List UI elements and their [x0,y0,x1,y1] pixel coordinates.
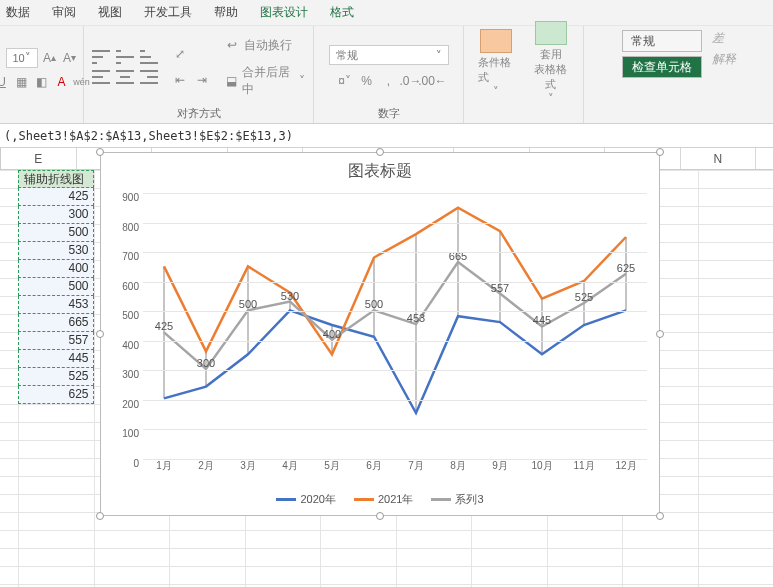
legend-item-0[interactable]: 2020年 [276,492,335,507]
chart-handle-tr[interactable] [656,148,664,156]
ecol-cell-1[interactable]: 300 [18,206,94,224]
legend-swatch-2 [431,498,451,501]
legend-label-1: 2021年 [378,492,413,507]
chart-handle-tl[interactable] [96,148,104,156]
ecol-cell-0[interactable]: 425 [18,188,94,206]
comma-icon[interactable]: , [381,73,397,89]
ribbon-group-number: 常规˅ ¤˅ % , .0→ .00← 数字 [314,26,464,123]
ecol-cell-11[interactable]: 625 [18,386,94,404]
ecol-header[interactable]: 辅助折线图 [18,170,94,188]
font-color-icon[interactable]: A [54,74,70,90]
indent-increase-icon[interactable]: ⇥ [194,72,210,88]
xtick-6: 7月 [395,459,437,475]
cell-style-bad[interactable]: 差 [708,30,724,47]
xtick-8: 9月 [479,459,521,475]
merge-center-button[interactable]: ⬓合并后居中 ˅ [224,64,305,98]
conditional-format-button[interactable]: 条件格式˅ [472,27,521,100]
cell-style-explain-label: 解释 [712,52,736,66]
ytick-900: 900 [122,192,139,203]
menu-item-0[interactable]: 数据 [6,4,30,21]
legend-swatch-0 [276,498,296,501]
chart-data-labels: 425300500530400500453665557445525625 [143,193,647,457]
datalabel-4: 400 [323,328,341,340]
chart-title[interactable]: 图表标题 [101,153,659,186]
ytick-800: 800 [122,221,139,232]
chart-handle-b[interactable] [376,512,384,520]
border-icon[interactable]: ▦ [14,74,30,90]
conditional-format-icon [480,29,512,53]
fill-icon[interactable]: ◧ [34,74,50,90]
ytick-700: 700 [122,251,139,262]
xtick-1: 2月 [185,459,227,475]
menu-item-1[interactable]: 审阅 [52,4,76,21]
legend-item-2[interactable]: 系列3 [431,492,483,507]
ecol-cell-10[interactable]: 525 [18,368,94,386]
ecol-cell-8[interactable]: 557 [18,332,94,350]
wrap-text-button[interactable]: ↩自动换行 [224,37,305,54]
ecol-cell-4[interactable]: 400 [18,260,94,278]
align-middle-icon[interactable] [116,50,134,64]
chart-legend[interactable]: 2020年2021年系列3 [101,489,659,509]
chart-object[interactable]: 图表标题 0100200300400500600700800900 425300… [100,152,660,516]
col-header-N[interactable]: N [681,148,757,169]
datalabel-3: 530 [281,290,299,302]
column-e-selection[interactable]: 辅助折线图42530050053040050045366555744552562… [18,170,94,404]
ecol-cell-7[interactable]: 665 [18,314,94,332]
chart-plot-area[interactable]: 0100200300400500600700800900 42530050053… [143,193,647,457]
formula-bar[interactable]: (,Sheet3!$A$2:$A$13,Sheet3!$E$2:$E$13,3) [0,124,773,148]
ribbon-group-styles-buttons: 条件格式˅ 套用 表格格式˅ [464,26,584,123]
ecol-cell-5[interactable]: 500 [18,278,94,296]
ytick-0: 0 [133,458,139,469]
wrap-text-icon: ↩ [224,37,240,53]
table-format-button[interactable]: 套用 表格格式˅ [527,19,576,107]
table-format-icon [535,21,567,45]
orientation-icon[interactable]: ⤢ [172,46,188,62]
cell-style-bad-label: 差 [712,31,724,45]
xtick-10: 11月 [563,459,605,475]
menu-item-6[interactable]: 格式 [330,4,354,21]
table-format-label: 套用 表格格式 [533,47,570,92]
cell-style-normal[interactable]: 常规 [622,30,702,52]
chart-handle-l[interactable] [96,330,104,338]
increase-decimal-icon[interactable]: .0→ [403,73,419,89]
increase-font-icon[interactable]: A▴ [42,50,58,66]
align-bottom-icon[interactable] [140,50,158,64]
chart-handle-br[interactable] [656,512,664,520]
menu-item-4[interactable]: 帮助 [214,4,238,21]
datalabel-8: 557 [491,282,509,294]
vertical-align[interactable] [92,50,158,84]
decrease-font-icon[interactable]: A▾ [62,50,78,66]
menu-item-5[interactable]: 图表设计 [260,4,308,21]
formula-text: (,Sheet3!$A$2:$A$13,Sheet3!$E$2:$E$13,3) [4,129,293,143]
datalabel-10: 525 [575,291,593,303]
number-format-dropdown[interactable]: 常规˅ [329,45,449,65]
align-center-icon[interactable] [116,70,134,84]
align-top-icon[interactable] [92,50,110,64]
percent-icon[interactable]: % [359,73,375,89]
cell-style-normal-label: 常规 [631,33,655,50]
chart-handle-r[interactable] [656,330,664,338]
cell-style-check[interactable]: 检查单元格 [622,56,702,78]
menu-item-2[interactable]: 视图 [98,4,122,21]
ecol-cell-3[interactable]: 530 [18,242,94,260]
chart-handle-bl[interactable] [96,512,104,520]
ytick-100: 100 [122,428,139,439]
decrease-decimal-icon[interactable]: .00← [425,73,441,89]
ecol-cell-6[interactable]: 453 [18,296,94,314]
indent-decrease-icon[interactable]: ⇤ [172,72,188,88]
ecol-cell-9[interactable]: 445 [18,350,94,368]
ecol-cell-2[interactable]: 500 [18,224,94,242]
underline-icon[interactable]: U [0,74,10,90]
align-right-icon[interactable] [140,70,158,84]
menu-item-3[interactable]: 开发工具 [144,4,192,21]
align-left-icon[interactable] [92,70,110,84]
ytick-200: 200 [122,398,139,409]
legend-item-1[interactable]: 2021年 [354,492,413,507]
datalabel-2: 500 [239,298,257,310]
font-size-box[interactable]: 10 ˅ [6,48,38,68]
cell-style-explain[interactable]: 解释 [708,51,736,68]
col-header-O[interactable]: O [756,148,773,169]
chart-handle-t[interactable] [376,148,384,156]
currency-icon[interactable]: ¤˅ [337,73,353,89]
col-header-E[interactable]: E [1,148,77,169]
